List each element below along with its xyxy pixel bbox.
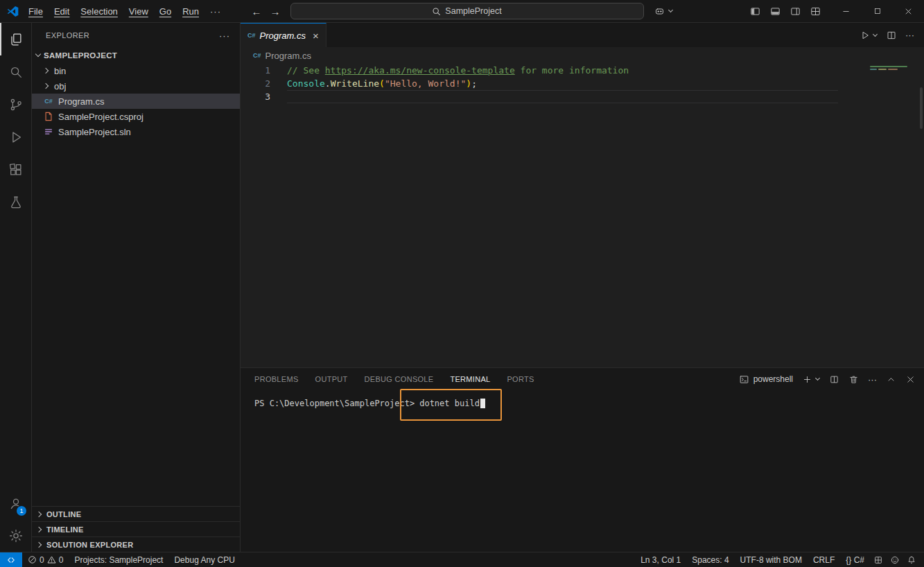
section-outline[interactable]: OUTLINE [32, 506, 240, 521]
terminal-output[interactable]: PS C:\Development\SampleProject> dotnet … [241, 390, 924, 552]
line-number: 3 [241, 90, 270, 103]
project-status[interactable]: Projects: SampleProject [69, 552, 168, 567]
build-config-status[interactable]: Debug Any CPU [168, 552, 240, 567]
minimize-button[interactable] [830, 0, 862, 23]
customize-layout-icon[interactable] [808, 4, 822, 18]
activity-explorer-button[interactable] [0, 23, 31, 55]
panel-tab-terminal[interactable]: TERMINAL [450, 368, 490, 390]
menu-run[interactable]: Run [177, 4, 204, 19]
menu-edit[interactable]: Edit [49, 4, 75, 19]
explorer-icon [8, 32, 24, 47]
explorer-sidebar: EXPLORER ··· SAMPLEPROJECT binobjC#Progr… [32, 23, 241, 552]
go-forward-icon[interactable]: → [270, 6, 281, 17]
activity-search-button[interactable] [0, 55, 31, 88]
activity-extensions-button[interactable] [0, 153, 31, 186]
maximize-panel-icon[interactable] [886, 374, 896, 385]
chevron-down-icon [814, 376, 820, 382]
close-panel-icon[interactable] [905, 374, 916, 385]
breadcrumb-item[interactable]: Program.cs [265, 51, 311, 61]
maximize-button[interactable] [862, 0, 893, 23]
tree-item-obj[interactable]: obj [32, 78, 240, 94]
settings-button[interactable] [0, 519, 31, 552]
status-bar-left: 0 0 Projects: SampleProject Debug Any CP… [0, 552, 241, 567]
go-back-icon[interactable]: ← [252, 6, 262, 17]
problems-status[interactable]: 0 0 [22, 552, 69, 567]
activity-testing-button[interactable] [0, 186, 31, 218]
tab-label: Program.cs [260, 30, 306, 41]
close-tab-icon[interactable]: × [313, 30, 319, 41]
menu-selection[interactable]: Selection [75, 4, 123, 19]
chevron-down-icon [872, 33, 878, 38]
kill-terminal-button[interactable] [848, 374, 859, 385]
menu-file[interactable]: File [23, 4, 49, 19]
explorer-more-actions-button[interactable]: ··· [219, 30, 230, 41]
explorer-tree: binobjC#Program.csSampleProject.csprojSa… [32, 63, 240, 139]
accounts-button[interactable]: 1 [0, 487, 31, 519]
menu-overflow-button[interactable]: ··· [204, 4, 227, 19]
code-editor[interactable]: 1// See https://aka.ms/new-console-templ… [241, 64, 924, 367]
search-icon [432, 7, 441, 16]
remote-indicator[interactable] [0, 552, 22, 567]
panel-tab-problems[interactable]: PROBLEMS [254, 368, 299, 390]
run-button[interactable] [860, 30, 878, 41]
tree-item-program-cs[interactable]: C#Program.cs [32, 94, 240, 109]
layout-grid-icon[interactable] [870, 552, 887, 567]
tree-item-sampleproject-sln[interactable]: SampleProject.sln [32, 124, 240, 139]
panel-tabs: PROBLEMSOUTPUTDEBUG CONSOLETERMINALPORTS [254, 368, 534, 390]
bottom-panel: PROBLEMSOUTPUTDEBUG CONSOLETERMINALPORTS… [241, 367, 924, 552]
chevron-down-icon [668, 8, 673, 14]
layout-controls [748, 4, 822, 18]
title-bar-center: ← → SampleProject [252, 0, 673, 22]
panel-more-actions-button[interactable]: ··· [868, 374, 877, 385]
chevron-right-icon [36, 511, 43, 518]
section-solution-explorer[interactable]: SOLUTION EXPLORER [32, 537, 240, 552]
panel-tab-ports[interactable]: PORTS [507, 368, 534, 390]
toggle-primary-sidebar-icon[interactable] [748, 4, 762, 18]
command-center-search[interactable]: SampleProject [290, 3, 644, 19]
toggle-panel-icon[interactable] [768, 4, 782, 18]
language-status[interactable]: {} C# [840, 552, 870, 567]
split-terminal-button[interactable] [829, 374, 839, 385]
split-editor-button[interactable] [886, 30, 897, 41]
code-token: // See [287, 65, 325, 76]
activity-run-debug-button[interactable] [0, 121, 31, 153]
panel-tab-debug-console[interactable]: DEBUG CONSOLE [365, 368, 434, 390]
code-token: ) [466, 78, 471, 89]
project-root-folder[interactable]: SAMPLEPROJECT [32, 48, 240, 63]
title-bar: FileEditSelectionViewGoRun··· ← → Sample… [0, 0, 924, 23]
notifications-bell-icon[interactable] [903, 552, 920, 567]
menu-view[interactable]: View [123, 4, 154, 19]
breadcrumb[interactable]: C# Program.cs [241, 47, 924, 64]
indentation-status[interactable]: Spaces: 4 [686, 552, 734, 567]
activity-source-control-button[interactable] [0, 88, 31, 121]
editor-more-actions-button[interactable]: ··· [905, 30, 914, 40]
menu-go[interactable]: Go [154, 4, 177, 19]
terminal-icon [739, 374, 749, 385]
panel-tab-output[interactable]: OUTPUT [315, 368, 348, 390]
tab-program-cs[interactable]: C# Program.cs × [241, 23, 326, 47]
section-timeline[interactable]: TIMELINE [32, 521, 240, 537]
copilot-button[interactable] [654, 6, 673, 17]
gear-icon [8, 528, 24, 543]
eol-status[interactable]: CRLF [808, 552, 840, 567]
editor-scrollbar[interactable] [920, 87, 923, 129]
code-line: 1// See https://aka.ms/new-console-templ… [241, 64, 924, 77]
csharp-file-icon: C# [247, 32, 256, 39]
history-navigation: ← → [252, 6, 281, 17]
encoding-status[interactable]: UTF-8 with BOM [735, 552, 808, 567]
minimap[interactable] [864, 64, 914, 367]
tree-item-sampleproject-csproj[interactable]: SampleProject.csproj [32, 109, 240, 124]
vscode-logo-icon [7, 6, 19, 17]
tree-item-bin[interactable]: bin [32, 63, 240, 78]
vscode-window: FileEditSelectionViewGoRun··· ← → Sample… [0, 0, 924, 567]
toggle-secondary-sidebar-icon[interactable] [788, 4, 802, 18]
terminal-line: PS C:\Development\SampleProject> dotnet … [254, 397, 924, 410]
terminal-shell-indicator[interactable]: powershell [739, 374, 793, 385]
new-terminal-button[interactable] [802, 374, 820, 385]
close-window-button[interactable] [893, 0, 924, 23]
tree-item-label: SampleProject.csproj [58, 112, 143, 122]
cursor-position-status[interactable]: Ln 3, Col 1 [635, 552, 686, 567]
activity-bar-top [0, 23, 31, 218]
feedback-smiley-icon[interactable] [887, 552, 903, 567]
code-token: for more information [515, 65, 629, 76]
